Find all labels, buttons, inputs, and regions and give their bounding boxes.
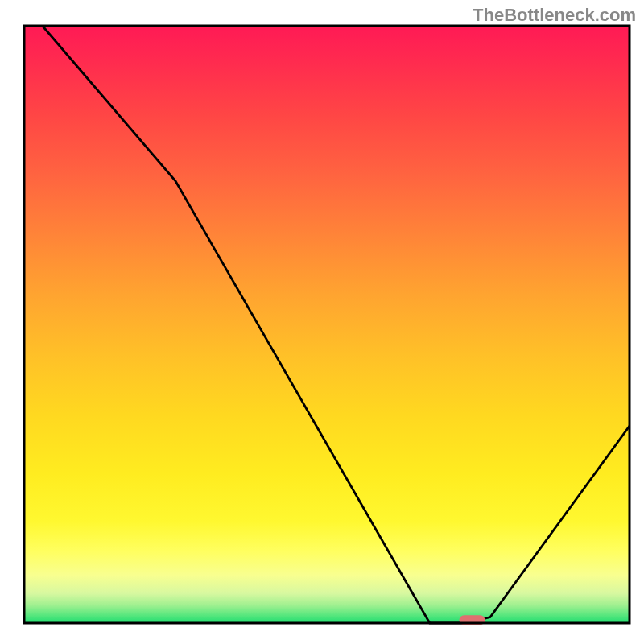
plot-background: [24, 26, 630, 623]
bottleneck-chart: TheBottleneck.com: [0, 0, 644, 644]
watermark-text: TheBottleneck.com: [473, 5, 636, 26]
chart-svg: [0, 0, 644, 644]
